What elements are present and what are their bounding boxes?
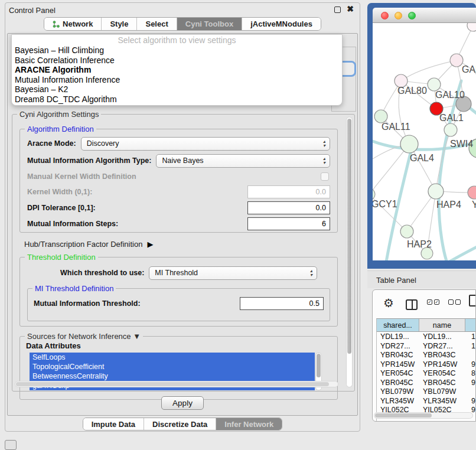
tab-infer-network[interactable]: Infer Network	[216, 418, 282, 430]
network-node[interactable]	[467, 23, 476, 31]
mi-steps-label: Mutual Information Steps:	[27, 220, 118, 228]
network-canvas[interactable]: GAL GAL80 GAL10 GAL1 GAL11 SWI4 GAL4 GCY…	[373, 23, 476, 260]
dpi-tolerance-field[interactable]: 0.0	[247, 201, 330, 214]
algorithm-option[interactable]: Mutual Information Inference	[12, 75, 342, 85]
mi-type-select[interactable]: Naive Bayes ▴▾	[156, 154, 330, 168]
mi-threshold-definition-group: MI Threshold Definition Mutual Informati…	[27, 288, 330, 321]
cyni-settings-legend: Cyni Algorithm Settings	[17, 110, 101, 119]
network-node[interactable]	[373, 188, 375, 200]
network-node[interactable]	[468, 186, 476, 199]
node-label: GCY1	[373, 199, 397, 210]
combo-arrows-icon: ▴▾	[323, 156, 325, 165]
control-panel-titlebar: Control Panel ✖	[5, 3, 360, 17]
aracne-mode-label: Aracne Mode:	[27, 139, 76, 148]
algorithm-option[interactable]: Bayesian – Hill Climbing	[12, 45, 342, 56]
close-icon[interactable]: ✖	[347, 4, 354, 14]
network-node[interactable]	[374, 110, 387, 123]
node-label: HAP4	[436, 200, 461, 210]
node-label: SWI4	[450, 139, 473, 149]
network-node[interactable]	[400, 135, 418, 153]
network-view-frame: GAL GAL80 GAL10 GAL1 GAL11 SWI4 GAL4 GCY…	[367, 3, 476, 269]
node-table: shared... name A YDL19...YDL19...13 YDR2…	[376, 318, 475, 421]
tab-discretize-data[interactable]: Discretize Data	[144, 418, 216, 430]
list-item[interactable]: SelfLoops	[30, 353, 315, 362]
threshold-definition-legend: Threshold Definition	[25, 253, 98, 262]
hub-definition-label: Hub/Transcription Factor Definition	[24, 240, 142, 249]
combo-arrows-icon: ▴▾	[323, 139, 325, 148]
table-row[interactable]: YBR043CYBR043C	[377, 350, 475, 360]
list-item[interactable]: BetweennessCentrality	[30, 371, 315, 381]
minimized-panel-icon[interactable]	[5, 440, 17, 450]
control-panel-window: Control Panel ✖ Network Style Select Cyn…	[5, 2, 360, 432]
zoom-traffic-light-icon[interactable]	[408, 12, 416, 19]
settings-horizontal-scrollbar[interactable]	[15, 381, 338, 387]
hub-definition-expander[interactable]: Hub/Transcription Factor Definition ▶	[24, 240, 341, 249]
settings-vertical-scrollbar[interactable]	[346, 117, 353, 387]
tab-cyni-toolbox[interactable]: Cyni Toolbox	[177, 18, 242, 30]
algorithm-dropdown-list: Select algorithm to view settings Bayesi…	[11, 34, 343, 106]
close-traffic-light-icon[interactable]	[381, 12, 389, 19]
mi-steps-field[interactable]: 6	[247, 217, 330, 230]
table-row[interactable]: YER054CYER054C8.	[377, 369, 475, 378]
table-header-row: shared... name A	[377, 319, 475, 332]
algorithm-option-selected[interactable]: ARACNE Algorithm	[12, 65, 342, 75]
deselect-all-columns-icon[interactable]	[448, 299, 461, 305]
network-node[interactable]	[400, 225, 413, 238]
kernel-width-label: Kernel Width (0,1):	[27, 188, 92, 196]
tab-jactivemnodules[interactable]: jActiveMNodules	[242, 18, 321, 30]
collapse-arrow-icon: ▼	[133, 332, 141, 341]
table-row[interactable]: YPR145WYPR145W9.	[377, 360, 475, 369]
table-horizontal-scrollbar[interactable]	[374, 412, 473, 419]
list-item[interactable]: TopologicalCoefficient	[30, 362, 315, 371]
columns-icon[interactable]	[406, 299, 418, 310]
algorithm-option[interactable]: Basic Correlation Inference	[12, 56, 342, 66]
which-threshold-select[interactable]: MI Threshold ▴▾	[149, 266, 317, 280]
combo-arrows-icon: ▴▾	[310, 269, 312, 277]
mi-type-label: Mutual Information Algorithm Type:	[27, 156, 151, 165]
gear-icon[interactable]: ⚙	[383, 296, 394, 310]
network-window-titlebar[interactable]	[373, 8, 476, 23]
table-row[interactable]: YBR045CYBR045C9.	[377, 378, 475, 387]
tab-network[interactable]: Network	[44, 18, 102, 30]
algorithm-dropdown-prompt: Select algorithm to view settings	[12, 35, 342, 45]
network-node[interactable]	[428, 78, 441, 91]
table-toolbar: ⚙ ✓✓	[373, 290, 475, 318]
algorithm-option[interactable]: Dream8 DC_TDC Algorithm	[12, 94, 342, 105]
aracne-mode-select[interactable]: Discovery ▴▾	[81, 137, 330, 151]
bottom-tabbar: Impute Data Discretize Data Infer Networ…	[5, 418, 360, 431]
minimize-traffic-light-icon[interactable]	[395, 12, 402, 19]
document-icon[interactable]	[469, 295, 476, 306]
network-node[interactable]	[444, 123, 457, 136]
column-header-name[interactable]: name	[419, 319, 465, 331]
tab-select[interactable]: Select	[137, 18, 177, 30]
table-row[interactable]: YDL19...YDL19...13	[377, 332, 475, 341]
table-row[interactable]: YLR345WYLR345W9.	[377, 396, 475, 406]
tab-style[interactable]: Style	[102, 18, 137, 30]
column-header-partial[interactable]: A	[465, 319, 475, 331]
table-row[interactable]: YBL079WYBL079W	[377, 387, 475, 396]
which-threshold-value: MI Threshold	[155, 269, 198, 277]
table-row[interactable]: YDR27...YDR27...12	[377, 341, 475, 351]
apply-button[interactable]: Apply	[161, 396, 204, 410]
node-label: GAL11	[382, 122, 410, 132]
kernel-width-field[interactable]: 0.0	[247, 185, 330, 198]
sources-legend[interactable]: Sources for Network Inference ▼	[25, 332, 143, 341]
network-node[interactable]	[450, 54, 463, 67]
algorithm-definition-legend: Algorithm Definition	[25, 125, 96, 133]
node-label: Y	[472, 200, 476, 210]
algorithm-option[interactable]: Bayesian – K2	[12, 84, 342, 94]
dpi-tolerance-label: DPI Tolerance [0,1]:	[27, 204, 96, 212]
mi-type-value: Naive Bayes	[162, 156, 203, 165]
network-node[interactable]	[428, 184, 444, 199]
float-window-icon[interactable]	[334, 6, 341, 13]
mi-threshold-legend: MI Threshold Definition	[32, 284, 116, 293]
mi-threshold-field[interactable]: 0.5	[240, 297, 324, 310]
tab-impute-data[interactable]: Impute Data	[83, 418, 144, 430]
which-threshold-label: Which threshold to use:	[60, 269, 144, 277]
sources-group: Sources for Network Inference ▼ Data Att…	[19, 336, 338, 400]
column-header-shared-name[interactable]: shared...	[377, 319, 419, 331]
manual-kernel-checkbox[interactable]	[321, 172, 329, 181]
manual-kernel-label: Manual Kernel Width Definition	[27, 172, 136, 181]
select-all-columns-icon[interactable]: ✓✓	[427, 299, 439, 305]
algorithm-definition-group: Algorithm Definition Aracne Mode: Discov…	[19, 129, 338, 233]
